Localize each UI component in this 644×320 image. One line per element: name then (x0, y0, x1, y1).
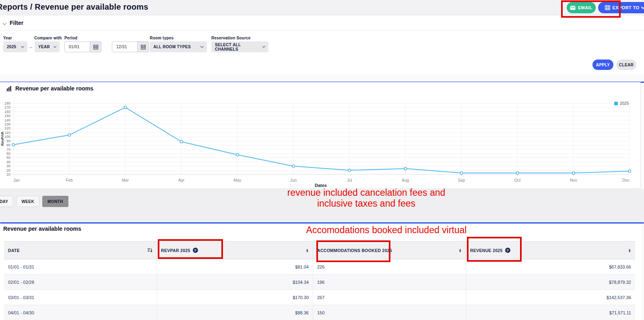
chart-point[interactable] (404, 167, 407, 170)
chart-point[interactable] (12, 144, 14, 146)
period-label: Period (64, 36, 77, 40)
chart-point[interactable] (572, 172, 575, 174)
export-button-label: EXPORT TO (613, 5, 640, 10)
y-tick-label: 100 (4, 135, 10, 139)
x-tick-label: Apr (178, 178, 185, 183)
sort-icon[interactable]: ▲▼ (459, 248, 462, 252)
table-row[interactable]: 01/01 - 01/31$81.04226$67,833.66 (4, 259, 635, 275)
row-date-cell: 03/01 - 03/31 (4, 290, 157, 305)
apply-button-label: APPLY (592, 59, 613, 70)
y-tick-label: 140 (4, 118, 10, 122)
reservation-source-select[interactable]: SELECT ALL CHANNELS (211, 41, 268, 52)
row-booked-cell: 226 (313, 259, 466, 274)
calendar-icon[interactable] (137, 42, 149, 52)
row-booked-cell: 267 (313, 290, 466, 305)
bar-chart-icon (6, 86, 12, 91)
filter-panel: Filter Year Compare with Period Room typ… (0, 16, 644, 75)
year-select[interactable]: 2025 (3, 41, 27, 52)
period-from-input[interactable]: 01/01 (64, 41, 101, 52)
row-booked-cell: 150 (313, 305, 466, 320)
x-tick-label: Jun (290, 178, 297, 183)
chart-point[interactable] (68, 134, 70, 136)
envelope-icon (570, 6, 576, 10)
top-bar: Reports / Revenue per available rooms (0, 0, 644, 15)
revpar-line-chart: 1020304050607080901001101201301401501601… (0, 96, 636, 188)
row-revpar-cell: $170.30 (157, 290, 313, 305)
chart-point[interactable] (124, 106, 126, 109)
row-revenue-cell: $78,879.32 (466, 275, 635, 289)
compare-with-label: Compare with (34, 36, 62, 40)
apply-button[interactable]: APPLY (592, 59, 613, 70)
sort-icon[interactable]: ▲▼ (306, 248, 309, 252)
export-to-button[interactable]: EXPORT TO (598, 2, 644, 13)
email-button-label: EMAIL (578, 5, 592, 10)
calendar-icon[interactable] (90, 42, 101, 52)
granularity-month-button[interactable]: MONTH (42, 196, 68, 207)
row-revenue-cell: $142,537.36 (466, 290, 635, 305)
table-annotation: Accomodations booked included virtual (282, 225, 491, 236)
y-tick-label: 120 (4, 126, 10, 130)
chart-point[interactable] (292, 165, 295, 167)
granularity-toggle: DAYWEEKMONTH (0, 196, 68, 207)
compare-with-value: YEAR (38, 45, 50, 49)
revenue-column-label: REVENUE 2025 (470, 248, 503, 253)
x-tick-label: Jul (347, 178, 352, 183)
period-from-value: 01/01 (65, 45, 90, 49)
clear-button[interactable]: CLEAR (616, 59, 636, 70)
y-tick-label: 50 (6, 156, 10, 160)
row-booked-cell: 196 (313, 275, 466, 289)
x-tick-label: Oct (514, 178, 521, 183)
y-tick-label: 90 (6, 139, 10, 143)
filter-title: Filter (10, 20, 23, 26)
table-row[interactable]: 02/01 - 02/28$104.34196$78,879.32 (4, 275, 635, 290)
y-tick-label: 20 (6, 168, 10, 172)
column-header-revpar[interactable]: REVPAR 2025 ? ▲▼ (157, 242, 313, 259)
period-to-input[interactable]: 12/31 (112, 41, 149, 52)
reservation-source-label: Reservation Source (211, 36, 251, 40)
column-header-date[interactable]: DATE (4, 242, 157, 259)
granularity-week-button[interactable]: WEEK (16, 196, 39, 207)
chart-point[interactable] (516, 172, 518, 174)
clear-button-label: CLEAR (616, 59, 636, 70)
room-types-select[interactable]: ALL ROOM TYPES (150, 41, 207, 52)
chart-point[interactable] (348, 169, 351, 171)
column-header-accommodations[interactable]: ACCOMMODATIONS BOOKED 2025 ▲▼ (313, 242, 466, 259)
help-icon[interactable]: ? (193, 248, 198, 253)
row-date-cell: 02/01 - 02/28 (4, 275, 157, 289)
row-revpar-cell: $104.34 (157, 275, 313, 289)
chart-point[interactable] (628, 170, 631, 172)
room-types-value: ALL ROOM TYPES (153, 45, 191, 49)
date-column-label: DATE (8, 248, 20, 253)
chevron-down-icon (54, 45, 57, 48)
table-row[interactable]: 04/01 - 04/30$88.36150$71,571.11 (4, 305, 635, 320)
chevron-down-icon (641, 5, 644, 9)
compare-with-select[interactable]: YEAR (35, 41, 60, 52)
legend-label[interactable]: 2025 (620, 101, 629, 106)
column-header-revenue[interactable]: REVENUE 2025 ? ▲▼ (466, 242, 635, 259)
chevron-down-icon (21, 45, 24, 48)
y-axis-title: RevPAR (0, 131, 4, 146)
chart-point[interactable] (180, 140, 182, 143)
granularity-day-button[interactable]: DAY (0, 196, 13, 207)
period-to-value: 12/31 (112, 45, 137, 49)
accommodations-column-label: ACCOMMODATIONS BOOKED 2025 (317, 248, 392, 253)
y-tick-label: 10 (6, 172, 10, 176)
row-revenue-cell: $71,571.11 (466, 305, 635, 320)
table-header-row: DATE REVPAR 2025 ? ▲▼ ACCOMMODATIONS BOO… (4, 241, 635, 259)
chart-point[interactable] (460, 172, 462, 174)
email-button[interactable]: EMAIL (567, 2, 596, 13)
help-icon[interactable]: ? (505, 248, 510, 253)
filter-header[interactable]: Filter (0, 16, 644, 31)
sort-active-icon[interactable] (147, 248, 153, 253)
x-tick-label: Jan (13, 178, 20, 183)
y-tick-label: 30 (6, 164, 10, 168)
y-tick-label: 130 (4, 122, 10, 126)
table-row[interactable]: 03/01 - 03/31$170.30267$142,537.36 (4, 290, 635, 305)
row-revpar-cell: $88.36 (157, 305, 313, 320)
sort-icon[interactable]: ▲▼ (628, 248, 631, 252)
chart-title: Revenue per available rooms (15, 85, 93, 92)
chart-point[interactable] (236, 154, 239, 156)
chevron-down-icon (262, 45, 265, 48)
x-tick-label: Nov (570, 178, 577, 183)
room-types-label: Room types (150, 36, 173, 40)
